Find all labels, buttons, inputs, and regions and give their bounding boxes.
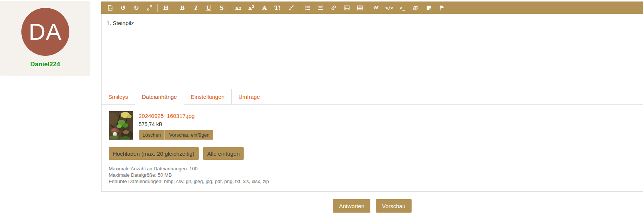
upload-button[interactable]: Hochladen (max. 20 gleichzeitig) [109,147,199,160]
preview-button[interactable]: Vorschau [376,199,412,213]
message-editor[interactable]: 1. Steinpilz [102,14,643,89]
tab-dateianhaenge[interactable]: Dateianhänge [135,89,184,105]
terminal-icon[interactable]: >_ [396,1,409,14]
attachment-thumbnail[interactable] [109,111,133,140]
unordered-list-icon[interactable] [301,1,314,14]
heading-icon[interactable]: H [159,1,172,14]
quote-icon[interactable]: “ [370,0,383,16]
tab-umfrage[interactable]: Umfrage [232,89,267,105]
attachments-panel: 20240925_160317.jpg 575,74 kB Löschen Vo… [102,105,643,191]
submit-reply-button[interactable]: Antworten [333,199,370,213]
undo-icon[interactable]: ↺ [117,1,130,14]
tab-smileys[interactable]: Smileys [102,89,135,105]
font-size-icon[interactable]: T! [271,1,284,14]
author-card: DA Daniel224 [0,1,90,76]
attachment-limits: Maximale Anzahl an Dateianhängen: 100 Ma… [109,165,643,185]
subscript-icon[interactable]: x₂ [232,1,245,14]
redo-icon[interactable]: ↻ [130,1,143,14]
toolbar-divider [299,4,299,12]
editor-toolbar: ↺ ↻ H B I U S x₂ x² A T! [101,1,643,14]
form-footer: Antworten Vorschau [101,199,643,213]
strikethrough-icon[interactable]: S [215,1,228,14]
delete-attachment-button[interactable]: Löschen [139,130,165,140]
limit-max-size: Maximale Dateigröße: 50 MB [109,172,643,178]
brush-icon[interactable] [284,1,297,14]
reply-form: ↺ ↻ H B I U S x₂ x² A T! [101,1,643,192]
superscript-icon[interactable]: x² [245,1,258,14]
avatar: DA [21,8,69,56]
toolbar-divider [174,4,174,12]
toolbar-divider [157,4,158,12]
author-username: Daniel224 [0,61,90,68]
attachment-filename-link[interactable]: 20240925_160317.jpg [139,113,213,119]
editor-text: 1. Steinpilz [106,20,134,26]
editor-tabbar: Smileys Dateianhänge Einstellungen Umfra… [102,89,643,105]
table-icon[interactable] [353,1,366,14]
maximize-icon[interactable] [143,1,156,14]
toolbar-divider [230,4,230,12]
limit-max-count: Maximale Anzahl an Dateianhängen: 100 [109,165,643,172]
note-icon[interactable] [422,1,435,14]
font-color-icon[interactable]: A [258,1,271,14]
italic-icon[interactable]: I [189,1,202,14]
spoiler-eye-icon[interactable] [409,1,422,14]
alignment-icon[interactable] [314,1,327,14]
tab-einstellungen[interactable]: Einstellungen [184,89,232,105]
insert-preview-button[interactable]: Vorschau einfügen [165,130,213,140]
insert-all-button[interactable]: Alle einfügen [203,147,244,160]
attachment-item: 20240925_160317.jpg 575,74 kB Löschen Vo… [109,111,643,140]
underline-icon[interactable]: U [202,1,215,14]
source-code-icon[interactable] [103,1,117,14]
attachment-buttons: Löschen Vorschau einfügen [139,130,213,140]
attachment-filesize: 575,74 kB [139,121,213,127]
limit-extensions: Erlaubte Dateiendungen: bmp, csv, gif, j… [109,178,643,185]
link-icon[interactable] [327,1,340,14]
attachment-details: 20240925_160317.jpg 575,74 kB Löschen Vo… [139,111,213,140]
tabbar-filler [267,89,643,105]
upload-row: Hochladen (max. 20 gleichzeitig) Alle ei… [109,147,643,160]
image-icon[interactable] [340,1,353,14]
toolbar-divider [368,4,368,12]
bold-icon[interactable]: B [176,1,189,14]
flag-icon[interactable] [435,1,448,14]
code-icon[interactable]: </> [383,1,396,14]
